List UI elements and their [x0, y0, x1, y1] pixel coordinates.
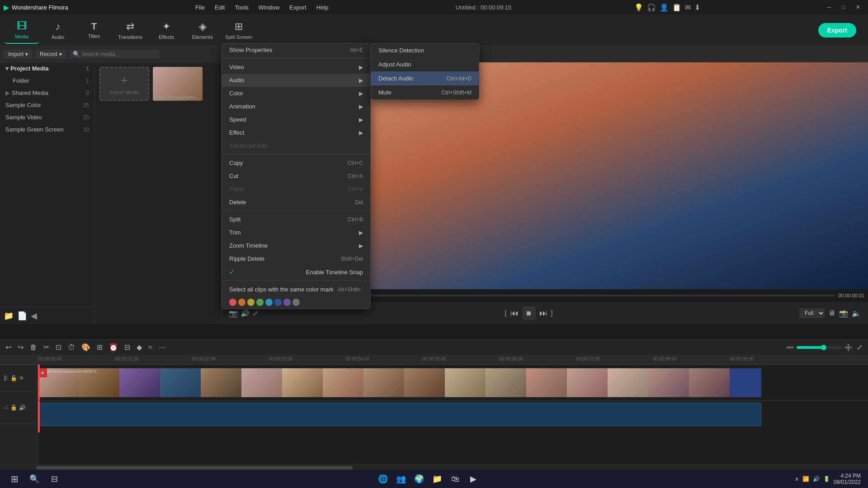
import-media-thumb[interactable]: + Import Media [99, 67, 149, 101]
taskbar-filmora-icon[interactable]: ▶ [466, 472, 481, 486]
search-box[interactable]: 🔍 [69, 50, 160, 58]
search-taskbar-button[interactable]: 🔍 [27, 472, 42, 486]
menu-tools[interactable]: Tools [230, 2, 253, 13]
delete-clip-button[interactable]: 🗑 [28, 342, 39, 353]
maximize-button[interactable]: □ [837, 2, 850, 12]
ctx-effect[interactable]: Effect ▶ [222, 126, 370, 139]
ctx-delete[interactable]: Delete Del [222, 196, 370, 209]
taskbar-battery-icon[interactable]: 🔋 [823, 476, 830, 482]
video-lock-icon[interactable]: 🔓 [10, 375, 17, 381]
audio-clip-0[interactable] [38, 403, 761, 426]
timer-button[interactable]: ⏰ [107, 341, 120, 353]
ctx-show-properties[interactable]: Show Properties Alt+E [222, 43, 370, 56]
color-dot-blue[interactable] [274, 299, 282, 306]
ctx-select-color[interactable]: Select all clips with the same color mar… [222, 283, 370, 296]
panel-collapse-icon[interactable]: ◀ [31, 311, 37, 321]
toolbar-split-screen[interactable]: ⊞ Split Screen [222, 17, 256, 44]
sub-adjust-audio[interactable]: Adjust Audio [371, 57, 479, 71]
ctx-color[interactable]: Color ▶ [222, 87, 370, 100]
crop-button[interactable]: ⊡ [54, 341, 63, 353]
close-button[interactable]: ✕ [852, 2, 864, 12]
skip-back-icon[interactable]: ⏮ [510, 309, 519, 318]
more-tools-button[interactable]: ⋯ [157, 341, 168, 353]
audio-lock-icon[interactable]: 🔓 [10, 404, 17, 411]
ctx-cut[interactable]: Cut Ctrl+X [222, 169, 370, 183]
import-button[interactable]: Import ▾ [4, 49, 33, 59]
ctx-video[interactable]: Video ▶ [222, 61, 370, 74]
menu-window[interactable]: Window [254, 2, 284, 13]
toolbar-titles[interactable]: T Titles [77, 17, 111, 44]
help-icon[interactable]: 🎧 [647, 3, 656, 12]
menu-edit[interactable]: Edit [210, 2, 229, 13]
sample-color-item[interactable]: Sample Color 25 [0, 99, 94, 111]
taskbar-volume-icon[interactable]: 🔊 [813, 476, 820, 482]
ctx-speed[interactable]: Speed ▶ [222, 113, 370, 126]
fit-button[interactable]: ⊟ [123, 341, 132, 353]
color-dot-purple[interactable] [283, 299, 291, 306]
next-frame-icon[interactable]: ] [551, 310, 553, 317]
preview-vol-icon[interactable]: 🔈 [852, 309, 861, 318]
menu-export[interactable]: Export [285, 2, 311, 13]
zoom-slider[interactable] [797, 346, 842, 349]
task-view-button[interactable]: ⊟ [47, 472, 61, 486]
fullscreen-timeline-button[interactable]: ⤢ [855, 341, 864, 353]
menu-file[interactable]: File [191, 2, 209, 13]
start-button[interactable]: ⊞ [7, 472, 22, 486]
sub-silence-detection[interactable]: Silence Detection [371, 43, 479, 57]
color-dot-green[interactable] [256, 299, 264, 306]
preview-monitor-icon[interactable]: 🖥 [828, 309, 835, 317]
ctx-ripple-delete[interactable]: Ripple Delete Shift+Del [222, 252, 370, 265]
account-icon[interactable]: 👤 [660, 3, 669, 12]
zoom-in-button[interactable]: ➕ [844, 344, 852, 351]
audio-tools-button[interactable]: ≈ [146, 342, 154, 353]
transform-button[interactable]: ⊞ [95, 341, 104, 353]
taskbar-chevron-icon[interactable]: ∧ [795, 476, 799, 482]
ctx-split[interactable]: Split Ctrl+B [222, 213, 370, 226]
projects-icon[interactable]: 📋 [672, 3, 681, 12]
search-input[interactable] [82, 51, 156, 57]
toolbar-elements[interactable]: ◈ Elements [185, 17, 220, 44]
color-dot-red[interactable] [229, 299, 236, 306]
taskbar-edge-icon[interactable]: 🌐 [376, 472, 390, 486]
clip-thumb-0[interactable]: pexels-anna-tarazevich-6550971 [153, 67, 203, 101]
ctx-audio[interactable]: Audio ▶ [222, 74, 370, 87]
prev-frame-icon[interactable]: [ [505, 310, 507, 317]
add-icon[interactable]: 📄 [17, 311, 27, 321]
cut-button[interactable]: ✂ [42, 341, 51, 353]
zoom-out-button[interactable]: ➖ [786, 344, 794, 351]
menu-help[interactable]: Help [312, 2, 333, 13]
color-dot-yellow[interactable] [247, 299, 255, 306]
play-button[interactable]: ■ [522, 306, 536, 320]
speed-button[interactable]: ⏱ [66, 342, 77, 353]
taskbar-wifi-icon[interactable]: 📶 [802, 476, 809, 482]
timeline-scrollbar[interactable] [0, 465, 868, 470]
preview-camera-icon[interactable]: 📷 [229, 309, 238, 318]
scroll-thumb[interactable] [36, 466, 353, 469]
ctx-zoom-timeline[interactable]: Zoom Timeline ▶ [222, 239, 370, 252]
color-dot-orange[interactable] [238, 299, 245, 306]
project-media-item[interactable]: ▾ Project Media 1 [0, 62, 94, 75]
preview-expand-icon[interactable]: ⤢ [252, 309, 258, 318]
sub-mute[interactable]: Mute Ctrl+Shift+M [371, 85, 479, 99]
sample-video-item[interactable]: Sample Video 20 [0, 111, 94, 123]
taskbar-clock[interactable]: 4:24 PM 09/01/2022 [834, 473, 861, 485]
toolbar-effects[interactable]: ✦ Effects [149, 17, 184, 44]
shared-media-item[interactable]: ▶ Shared Media 0 [0, 87, 94, 99]
sub-detach-audio[interactable]: Detach Audio Ctrl+Alt+D [371, 71, 479, 85]
taskbar-store-icon[interactable]: 🛍 [448, 472, 462, 486]
export-button[interactable]: Export [818, 23, 856, 38]
messages-icon[interactable]: ✉ [685, 3, 691, 12]
download-icon[interactable]: ⬇ [694, 3, 700, 12]
preview-cam2-icon[interactable]: 📸 [839, 309, 848, 318]
video-clip-0[interactable]: pexels-anna-tarazevich-650971 [38, 368, 761, 397]
quality-select[interactable]: Full 1/2 1/4 [799, 308, 825, 318]
minimize-button[interactable]: ─ [823, 2, 835, 12]
redo-button[interactable]: ↪ [16, 341, 25, 353]
folder-item[interactable]: Folder 1 [0, 75, 94, 87]
color-button[interactable]: 🎨 [80, 341, 92, 353]
add-folder-icon[interactable]: 📁 [4, 311, 14, 321]
taskbar-teams-icon[interactable]: 👥 [394, 472, 408, 486]
taskbar-explorer-icon[interactable]: 📁 [430, 472, 444, 486]
skip-forward-icon[interactable]: ⏭ [539, 309, 547, 318]
color-dot-gray[interactable] [292, 299, 300, 306]
